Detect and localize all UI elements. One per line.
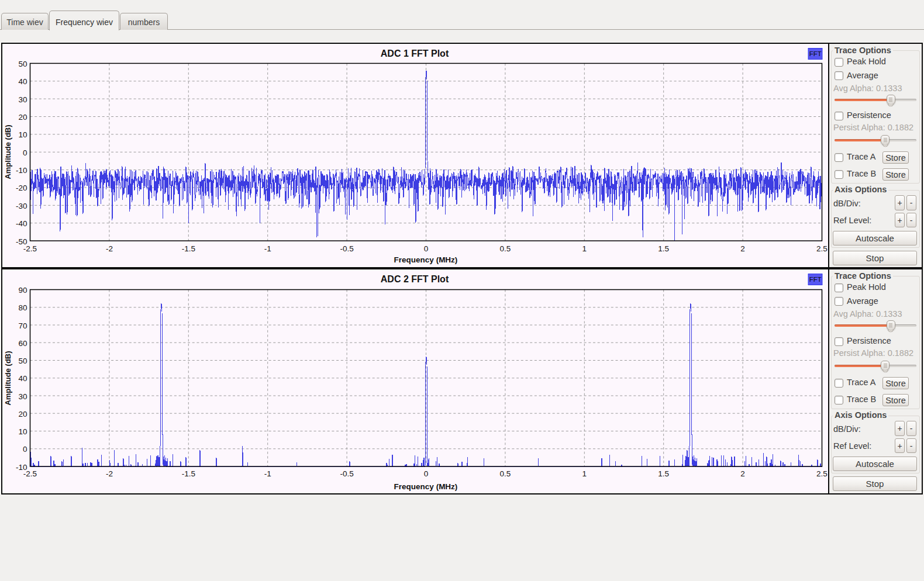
svg-text:20: 20 xyxy=(18,113,27,122)
svg-text:Amplitude (dB): Amplitude (dB) xyxy=(4,124,12,179)
svg-text:0.5: 0.5 xyxy=(500,244,511,253)
svg-text:Frequency (MHz): Frequency (MHz) xyxy=(394,482,458,491)
svg-text:20: 20 xyxy=(18,410,27,419)
svg-text:30: 30 xyxy=(18,95,27,104)
svg-text:-1: -1 xyxy=(264,244,271,253)
svg-text:1: 1 xyxy=(582,244,587,253)
svg-text:30: 30 xyxy=(18,392,27,401)
svg-text:40: 40 xyxy=(18,77,27,86)
svg-text:0.5: 0.5 xyxy=(500,469,511,478)
svg-text:FFT: FFT xyxy=(809,276,822,283)
svg-text:-20: -20 xyxy=(16,184,27,192)
svg-text:0: 0 xyxy=(424,469,429,478)
svg-text:2: 2 xyxy=(740,244,745,253)
svg-text:10: 10 xyxy=(18,130,27,139)
svg-text:40: 40 xyxy=(18,374,27,383)
svg-text:1.5: 1.5 xyxy=(658,244,669,253)
svg-text:50: 50 xyxy=(18,357,27,365)
svg-text:1: 1 xyxy=(582,469,587,478)
svg-text:-1.5: -1.5 xyxy=(182,244,195,253)
svg-text:1.5: 1.5 xyxy=(658,469,669,478)
svg-text:-0.5: -0.5 xyxy=(340,469,353,478)
svg-text:-2: -2 xyxy=(106,244,113,253)
svg-text:-1: -1 xyxy=(264,469,271,478)
svg-text:2: 2 xyxy=(740,469,745,478)
svg-text:0: 0 xyxy=(424,244,429,253)
svg-text:60: 60 xyxy=(18,339,27,348)
svg-text:-2.5: -2.5 xyxy=(23,244,37,253)
svg-text:-0.5: -0.5 xyxy=(340,244,353,253)
svg-text:-2: -2 xyxy=(106,469,113,478)
svg-text:-30: -30 xyxy=(16,202,27,210)
svg-text:80: 80 xyxy=(18,303,27,312)
svg-text:FFT: FFT xyxy=(809,50,822,57)
svg-text:-10: -10 xyxy=(16,166,27,175)
svg-text:Frequency (MHz): Frequency (MHz) xyxy=(394,255,458,264)
svg-text:0: 0 xyxy=(23,445,27,454)
svg-text:2.5: 2.5 xyxy=(816,469,828,478)
svg-text:Amplitude (dB): Amplitude (dB) xyxy=(4,351,12,405)
svg-text:10: 10 xyxy=(18,427,27,436)
svg-text:90: 90 xyxy=(18,286,27,295)
svg-text:50: 50 xyxy=(18,60,27,68)
svg-text:ADC 1 FFT Plot: ADC 1 FFT Plot xyxy=(381,49,449,58)
svg-text:2.5: 2.5 xyxy=(816,244,828,253)
svg-text:-1.5: -1.5 xyxy=(182,469,195,478)
svg-text:-40: -40 xyxy=(16,219,27,228)
svg-text:70: 70 xyxy=(18,321,27,330)
svg-text:0: 0 xyxy=(23,148,27,157)
svg-text:-2.5: -2.5 xyxy=(23,469,37,478)
svg-text:ADC 2 FFT Plot: ADC 2 FFT Plot xyxy=(381,274,449,284)
